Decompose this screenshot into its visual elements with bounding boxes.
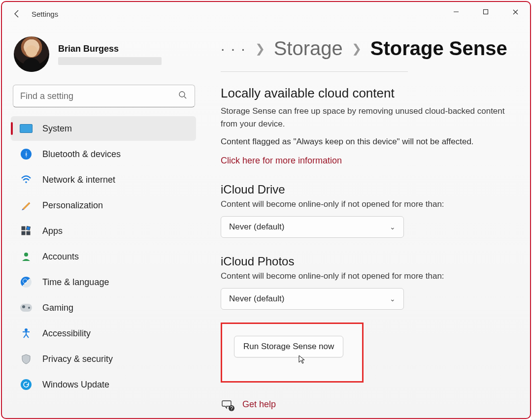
get-help-row: Get help	[221, 398, 510, 410]
group-title: iCloud Photos	[221, 255, 510, 268]
sidebar-item-label: Privacy & security	[42, 354, 113, 364]
sidebar-item-label: Windows Update	[42, 380, 109, 390]
svg-rect-1	[484, 10, 488, 14]
icloud-drive-group: iCloud Drive Content will become online-…	[221, 183, 510, 238]
sidebar-item-label: System	[42, 124, 72, 134]
sidebar-item-label: Apps	[42, 226, 63, 236]
user-block[interactable]: Brian Burgess	[11, 33, 199, 82]
chevron-right-icon: ❯	[352, 42, 362, 56]
paintbrush-icon	[20, 199, 33, 212]
user-avatar	[14, 36, 49, 72]
sidebar-item-windows-update[interactable]: Windows Update	[11, 372, 196, 397]
more-info-link[interactable]: Click here for more information	[221, 156, 342, 166]
sidebar-item-label: Network & internet	[42, 175, 115, 185]
sidebar: Brian Burgess System ᚼ Bluetooth & devic…	[2, 26, 203, 418]
icloud-photos-dropdown[interactable]: Never (default) ⌄	[221, 288, 404, 310]
icloud-drive-dropdown[interactable]: Never (default) ⌄	[221, 216, 404, 238]
svg-point-12	[25, 329, 27, 331]
section-title: Locally available cloud content	[221, 86, 510, 101]
group-title: iCloud Drive	[221, 183, 510, 196]
person-icon	[20, 250, 33, 263]
search-input[interactable]	[13, 85, 195, 107]
update-icon	[20, 378, 33, 391]
sidebar-item-apps[interactable]: Apps	[11, 219, 196, 243]
maximize-button[interactable]	[471, 2, 500, 22]
shield-icon	[20, 353, 33, 365]
bluetooth-icon: ᚼ	[20, 148, 33, 161]
icloud-photos-group: iCloud Photos Content will become online…	[221, 255, 510, 310]
app-title: Settings	[32, 10, 58, 18]
svg-rect-8	[26, 226, 30, 230]
search-wrap	[13, 85, 195, 107]
apps-icon	[20, 225, 33, 237]
back-arrow-icon[interactable]	[11, 9, 24, 19]
sidebar-item-gaming[interactable]: Gaming	[11, 295, 196, 320]
clock-globe-icon	[20, 276, 33, 289]
svg-rect-9	[22, 231, 25, 235]
search-icon	[178, 91, 187, 101]
sidebar-item-label: Accounts	[42, 252, 79, 262]
dropdown-value: Never (default)	[229, 222, 284, 232]
sidebar-nav: System ᚼ Bluetooth & devices Network & i…	[11, 116, 199, 397]
breadcrumb-parent[interactable]: Storage	[274, 37, 343, 60]
svg-point-4	[179, 92, 185, 97]
chevron-down-icon: ⌄	[390, 295, 396, 303]
chevron-down-icon: ⌄	[390, 223, 396, 231]
close-button[interactable]	[500, 2, 530, 22]
sidebar-item-personalization[interactable]: Personalization	[11, 193, 196, 218]
user-subtext-redacted	[58, 57, 162, 65]
svg-point-6	[25, 181, 27, 183]
dropdown-value: Never (default)	[229, 294, 284, 304]
section-description: Storage Sense can free up space by remov…	[221, 105, 510, 130]
gamepad-icon	[20, 301, 33, 314]
sidebar-item-bluetooth[interactable]: ᚼ Bluetooth & devices	[11, 142, 196, 166]
sidebar-item-accessibility[interactable]: Accessibility	[11, 321, 196, 346]
sidebar-item-privacy[interactable]: Privacy & security	[11, 347, 196, 371]
sidebar-item-label: Time & language	[42, 277, 109, 288]
svg-line-15	[24, 334, 26, 338]
svg-rect-7	[22, 226, 25, 230]
help-icon	[221, 398, 233, 410]
accessibility-icon	[20, 327, 33, 340]
system-icon	[20, 122, 33, 135]
chevron-right-icon: ❯	[255, 42, 265, 56]
svg-rect-10	[27, 231, 30, 235]
wifi-icon	[20, 173, 33, 186]
cursor-icon	[298, 355, 414, 366]
sidebar-item-system[interactable]: System	[11, 116, 196, 141]
settings-window: Settings Brian Burgess	[1, 1, 531, 419]
breadcrumb-current: Storage Sense	[370, 37, 507, 60]
get-help-link[interactable]: Get help	[242, 399, 276, 410]
sidebar-item-label: Accessibility	[42, 328, 91, 339]
sidebar-item-label: Bluetooth & devices	[42, 149, 121, 160]
sidebar-item-accounts[interactable]: Accounts	[11, 244, 196, 269]
svg-point-11	[24, 253, 28, 257]
run-now-highlight: Run Storage Sense now	[221, 323, 364, 383]
sidebar-item-network[interactable]: Network & internet	[11, 167, 196, 192]
breadcrumb: · · · ❯ Storage ❯ Storage Sense	[221, 35, 510, 60]
window-controls	[441, 2, 530, 22]
group-sub: Content will become online-only if not o…	[221, 199, 510, 209]
svg-line-16	[26, 334, 29, 338]
breadcrumb-ellipsis[interactable]: · · ·	[221, 40, 246, 57]
main-content: · · · ❯ Storage ❯ Storage Sense Locally …	[203, 26, 530, 418]
cloud-content-section: Locally available cloud content Storage …	[221, 86, 510, 166]
section-note: Content flagged as "Always keep on this …	[221, 137, 510, 147]
sidebar-item-time-language[interactable]: Time & language	[11, 270, 196, 294]
minimize-button[interactable]	[441, 2, 471, 22]
svg-line-5	[184, 97, 186, 98]
sidebar-item-label: Gaming	[42, 303, 73, 313]
divider	[221, 71, 408, 72]
sidebar-item-label: Personalization	[42, 200, 103, 211]
user-name: Brian Burgess	[58, 44, 162, 54]
group-sub: Content will become online-only if not o…	[221, 271, 510, 281]
